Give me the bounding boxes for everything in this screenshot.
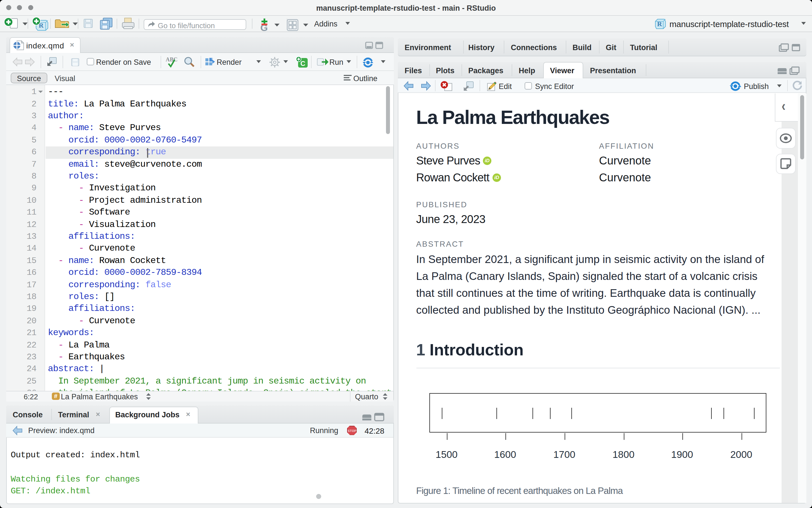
svg-text:R: R [657,20,662,28]
svg-text:C: C [300,60,305,67]
svg-text:ABC: ABC [166,56,177,62]
